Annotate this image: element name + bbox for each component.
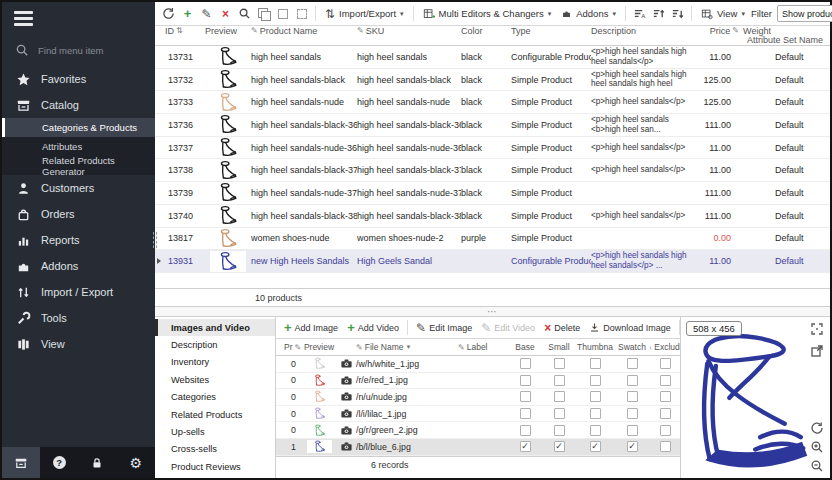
column-header-weight[interactable]: Weight [743,26,771,36]
column-header-label[interactable]: ✎Label [458,342,508,352]
exclude-checkbox[interactable] [660,391,671,402]
multi-editors-menu-button[interactable]: Multi Editors & Changers▾ [419,5,556,23]
small-checkbox[interactable] [554,391,565,402]
add-product-button[interactable]: + [179,5,196,23]
menu-search-input[interactable] [38,45,148,56]
tab-cross-sells[interactable]: Cross-sells [155,441,275,458]
column-header-preview[interactable]: Preview [205,26,251,36]
column-header-description[interactable]: Description [591,26,699,36]
exclude-checkbox[interactable] [660,375,671,386]
sidebar-item-customers[interactable]: Customers [2,175,155,201]
base-checkbox[interactable] [520,408,531,419]
sidebar-item-favorites[interactable]: Favorites [2,66,155,92]
product-row[interactable]: 13737 high heel sandals-nude-36 high hee… [155,137,830,160]
thumbnail-checkbox[interactable] [590,358,601,369]
small-checkbox[interactable] [554,375,565,386]
swatch-checkbox[interactable] [627,391,638,402]
swatch-checkbox[interactable] [627,441,638,452]
swatch-checkbox[interactable] [627,375,638,386]
download-image-button[interactable]: Download Image [585,319,675,336]
column-header-color[interactable]: Color [461,26,511,36]
sidebar-item-view[interactable]: View [2,331,155,357]
column-header-attribute-set[interactable]: Attribute Set Name [743,35,830,45]
product-row[interactable]: 13733 high heel sandals-nude high heel s… [155,91,830,114]
add-video-button[interactable]: +Add Video [343,319,403,336]
product-row[interactable]: 13736 high heel sandals-black-36 high he… [155,114,830,137]
product-row[interactable]: 13817 women shoes-nude women shoes-nude-… [155,228,830,251]
zoom-out-button[interactable] [810,459,825,474]
import-export-menu-button[interactable]: ⇅ Import/Export▾ [321,5,408,23]
sidebar-item-attributes[interactable]: Attributes [2,137,155,156]
sidebar-item-reports[interactable]: Reports [2,227,155,253]
delete-image-button[interactable]: ×Delete [540,319,584,336]
tab-websites[interactable]: Websites [155,371,275,388]
column-header-exclude[interactable]: ✎Exclude [650,342,680,352]
sidebar-item-orders[interactable]: Orders [2,201,155,227]
hamburger-menu-icon[interactable] [2,2,155,36]
help-button[interactable]: ? [40,447,78,478]
sidebar-item-related-products-generator[interactable]: Related Products Generator [2,156,155,175]
tab-description[interactable]: Description [155,336,275,353]
exclude-checkbox[interactable] [660,425,671,436]
base-checkbox[interactable] [520,441,531,452]
swatch-checkbox[interactable] [627,408,638,419]
duplicate-button[interactable] [255,5,272,23]
thumbnail-checkbox[interactable] [590,408,601,419]
small-checkbox[interactable] [554,408,565,419]
tab-categories[interactable]: Categories [155,389,275,406]
product-row[interactable]: 13740 high heel sandals-black-38 high he… [155,205,830,228]
sidebar-item-tools[interactable]: Tools [2,305,155,331]
product-row[interactable]: 13732 high heel sandals-black high heel … [155,69,830,92]
tab-product-reviews[interactable]: Product Reviews [155,458,275,475]
column-header-product-name[interactable]: ✎Product Name [251,26,357,36]
store-icon-button[interactable] [2,447,40,478]
exclude-checkbox[interactable] [660,441,671,452]
exclude-checkbox[interactable] [660,358,671,369]
sort-alpha-button[interactable]: A [631,5,648,23]
category-filter-select[interactable]: Show products from selected categories▾ [777,5,832,22]
thumbnail-checkbox[interactable] [590,375,601,386]
sidebar-item-addons[interactable]: Addons [2,253,155,279]
swatch-checkbox[interactable] [627,358,638,369]
sidebar-item-categories-products[interactable]: Categories & Products [2,118,155,137]
image-row[interactable]: 0 /l/i/lilac_1.jpg [276,406,680,423]
column-header-img-preview[interactable]: Preview [302,342,336,352]
column-header-price[interactable]: Price✎ [699,26,743,36]
tab-inventory[interactable]: Inventory [155,354,275,371]
view-menu-button[interactable]: View▾ [697,5,749,23]
sort-descending-button[interactable] [669,5,686,23]
thumbnail-checkbox[interactable] [590,391,601,402]
fit-to-screen-button[interactable] [810,322,825,337]
column-header-base[interactable]: Base [508,342,542,352]
column-header-id[interactable]: ID⇅ [165,26,205,36]
refresh-button[interactable] [160,5,177,23]
checkbox-select-button[interactable] [274,5,291,23]
image-row[interactable]: 1 /b/l/blue_6.jpg [276,439,680,456]
edit-video-button[interactable]: ✎Edit Video [477,319,539,336]
image-row[interactable]: 0 /g/r/green_2.jpg [276,422,680,439]
open-external-button[interactable] [810,344,825,359]
column-header-sku[interactable]: ✎SKU [357,26,461,36]
small-checkbox[interactable] [554,441,565,452]
product-row[interactable]: 13931 new High Heels Sandals High Geels … [155,250,830,273]
image-row[interactable]: 0 /r/e/red_1.jpg [276,373,680,390]
base-checkbox[interactable] [520,375,531,386]
panel-splitter-handle[interactable]: ⋯ [155,307,830,316]
tab-images-and-video[interactable]: Images and Video [155,319,275,336]
thumbnail-checkbox[interactable] [590,441,601,452]
column-header-position[interactable]: Pr✎ [284,342,302,352]
base-checkbox[interactable] [520,425,531,436]
lock-button[interactable] [78,447,116,478]
menu-search[interactable] [2,36,155,66]
column-header-small[interactable]: Small [542,342,576,352]
settings-button[interactable]: ⚙ [117,447,155,478]
swatch-checkbox[interactable] [627,425,638,436]
product-row[interactable]: 13739 high heel sandals-nude-37 high hee… [155,182,830,205]
sidebar-splitter-handle[interactable] [152,231,158,249]
delete-product-button[interactable]: × [217,5,234,23]
base-checkbox[interactable] [520,391,531,402]
tab-up-sells[interactable]: Up-sells [155,423,275,440]
edit-image-button[interactable]: ✎Edit Image [412,319,476,336]
column-header-type[interactable]: Type [511,26,591,36]
edit-product-button[interactable]: ✎ [198,5,215,23]
